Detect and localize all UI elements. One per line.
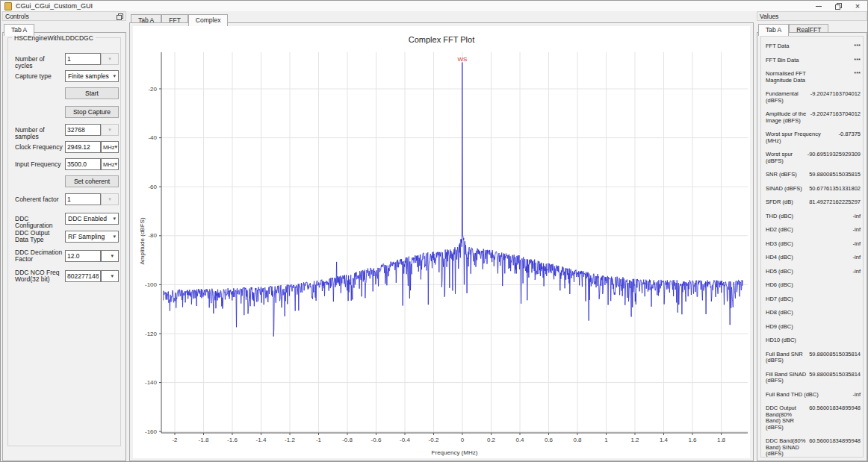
svg-text:0.2: 0.2 — [487, 437, 496, 443]
value-row: HD8 (dBC) — [766, 310, 861, 316]
ddc-decimation-factor-input[interactable] — [65, 250, 101, 262]
chevron-down-icon: ▾ — [111, 273, 116, 279]
value-text: 81.49272162225297 — [809, 199, 861, 206]
field-label: Coherent factor — [15, 196, 63, 203]
field-label: Capture type — [15, 73, 63, 80]
fft-plot-canvas: -2-1.8-1.6-1.4-1.2-1-0.8-0.6-0.4-0.200.2… — [133, 26, 750, 458]
close-button[interactable]: × — [848, 1, 867, 11]
value-label: HD5 (dBC) — [766, 269, 793, 275]
value-text: 59.88008515035814 — [809, 372, 861, 384]
field-control: ▾ — [65, 270, 119, 282]
plot-title: Complex FFT Plot — [133, 35, 750, 44]
value-row: Full Band THD (dBC)-inf — [766, 392, 861, 399]
stop-capture-button[interactable]: Stop Capture — [65, 106, 119, 118]
value-text: -inf — [853, 269, 861, 275]
fft-plot-figure: -2-1.8-1.6-1.4-1.2-1-0.8-0.6-0.4-0.200.2… — [133, 26, 750, 458]
svg-text:-1.4: -1.4 — [256, 437, 267, 443]
controls-panel-title: Controls — [5, 13, 29, 20]
plot-content: -2-1.8-1.6-1.4-1.2-1-0.8-0.6-0.4-0.200.2… — [129, 22, 754, 461]
clock-frequency-input[interactable] — [65, 141, 101, 153]
value-text: -inf — [853, 241, 861, 248]
field-label: Number of samples — [15, 127, 63, 140]
value-row: SNR (dBFS)59.88008515035815 — [766, 172, 861, 178]
svg-text:-0.4: -0.4 — [400, 437, 410, 443]
value-label: DDC Output Band(80% Band) SNR (dBFS) — [766, 405, 807, 431]
value-label: Full Band THD (dBC) — [766, 392, 819, 399]
ddc-nco-freq-word-32-bit-dropdown[interactable]: ▾ — [101, 270, 119, 282]
value-label: HD8 (dBC) — [766, 310, 793, 316]
ddc-output-data-type-combobox[interactable]: RF Sampling▾ — [65, 231, 119, 243]
control-row: Clock FrequencyMHz▾ — [15, 141, 119, 154]
set-coherent-button[interactable]: Set coherent — [65, 175, 119, 187]
field-control: Finite samples▾ — [65, 70, 119, 82]
ddc-configuration-combobox[interactable]: DDC Enabled▾ — [65, 213, 119, 225]
svg-text:-0.8: -0.8 — [342, 437, 353, 443]
value-row: HD6 (dBC) — [766, 282, 861, 289]
app-window: CGui_CGui_Custom_GUI × Controls Tab A HS… — [0, 0, 868, 462]
value-text: 60.56001834895948 — [809, 405, 861, 431]
ddc-decimation-factor-dropdown[interactable]: ▾ — [101, 250, 119, 262]
tab-tab-a[interactable]: Tab A — [758, 24, 789, 36]
field-control: Set coherent — [65, 175, 119, 187]
tab-complex[interactable]: Complex — [188, 14, 229, 26]
value-text: -90.69519325929309 — [807, 152, 861, 164]
field-control: Stop Capture — [65, 106, 119, 118]
value-label: HD2 (dBC) — [766, 227, 793, 234]
clock-frequency-unit-combobox[interactable]: MHz▾ — [101, 141, 119, 153]
field-label: DDC Output Data Type — [15, 230, 63, 243]
value-text: 59.88008515035815 — [809, 172, 861, 178]
chevron-down-icon: ▾ — [108, 127, 111, 133]
value-text: 60.56001834895948 — [809, 438, 861, 458]
chevron-down-icon: ▾ — [108, 56, 111, 62]
value-row: HD4 (dBC)-inf — [766, 255, 861, 261]
control-row: Stop Capture — [15, 106, 119, 119]
restore-button[interactable] — [828, 1, 848, 11]
svg-text:-160: -160 — [145, 428, 158, 435]
number-of-samples-input[interactable] — [65, 124, 101, 136]
svg-text:-100: -100 — [145, 281, 158, 288]
input-frequency-unit-combobox[interactable]: MHz▾ — [101, 158, 119, 170]
value-row: FFT Bin Data*** — [766, 57, 861, 64]
clock-frequency-unit: MHz — [103, 144, 114, 151]
control-row: Number of samples▾ — [15, 124, 119, 137]
value-label: HD10 (dBC) — [766, 337, 796, 344]
value-text: *** — [854, 71, 861, 84]
field-label: DDC Configuration — [15, 216, 63, 229]
number-of-cycles-input[interactable] — [65, 53, 101, 65]
input-frequency-input[interactable] — [65, 158, 101, 170]
start-button[interactable]: Start — [65, 87, 119, 99]
field-control: ▾ — [65, 124, 119, 136]
control-row: Capture typeFinite samples▾ — [15, 70, 119, 83]
capture-type-value: Finite samples — [68, 72, 109, 80]
ddc-nco-freq-word-32-bit-input[interactable] — [65, 270, 101, 282]
svg-text:1.4: 1.4 — [660, 437, 669, 443]
number-of-samples-dropdown-disabled: ▾ — [101, 124, 119, 136]
value-text: 59.88008515035814 — [809, 352, 861, 364]
value-label: THD (dBC) — [766, 213, 793, 220]
svg-text:-1.2: -1.2 — [285, 437, 295, 443]
tab-tab-a[interactable]: Tab A — [4, 24, 34, 36]
field-control: Start — [65, 87, 119, 99]
svg-text:-0.6: -0.6 — [371, 437, 382, 443]
values-panel: Values Tab ARealFFTComplexFFT FFT Data**… — [757, 11, 867, 461]
coherent-factor-dropdown-disabled: ▾ — [101, 193, 119, 205]
values-content: FFT Data***FFT Bin Data***Normalised FFT… — [757, 32, 867, 461]
capture-type-combobox[interactable]: Finite samples▾ — [65, 70, 119, 82]
chevron-down-icon: ▾ — [113, 234, 118, 240]
field-label: Number of cycles — [15, 56, 63, 69]
svg-text:1.2: 1.2 — [630, 437, 639, 443]
value-row: DDC Band(80% Band) SINAD (dBFS)60.560018… — [766, 438, 861, 458]
values-panel-header: Values — [757, 11, 867, 21]
svg-text:-80: -80 — [148, 232, 157, 239]
value-row: Worst spur Frequency (MHz)-0.87375 — [766, 131, 861, 144]
svg-text:-120: -120 — [145, 331, 158, 337]
control-row: Start — [15, 87, 119, 100]
minimize-button[interactable] — [809, 1, 828, 11]
coherent-factor-input[interactable] — [65, 193, 101, 205]
control-row: DDC Decimation Factor▾ — [15, 250, 119, 263]
svg-text:-60: -60 — [148, 184, 157, 190]
float-panel-icon[interactable] — [117, 13, 123, 19]
value-row: FFT Data*** — [766, 43, 861, 50]
ddc-output-data-type-value: RF Sampling — [68, 233, 105, 240]
control-row: DDC Output Data TypeRF Sampling▾ — [15, 231, 119, 243]
